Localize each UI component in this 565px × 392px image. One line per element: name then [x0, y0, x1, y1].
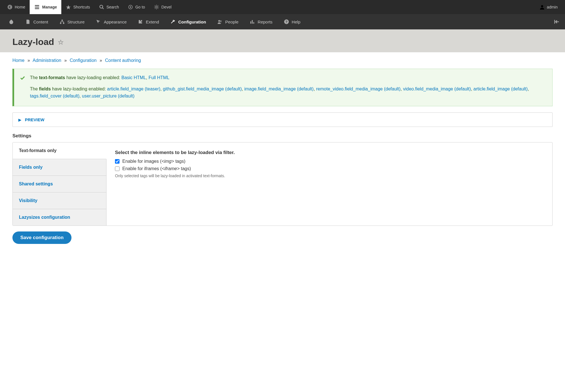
sub-configuration-label: Configuration — [178, 20, 206, 24]
sub-appearance-label: Appearance — [104, 20, 127, 24]
file-icon — [25, 19, 31, 24]
drupal-icon — [8, 19, 14, 25]
checkbox-iframes-label: Enable for iframes (<iframe> tags) — [122, 166, 191, 171]
settings-heading: Settings — [12, 133, 553, 139]
content-region: Home » Administration » Configuration » … — [0, 52, 565, 255]
preview-label: PREVIEW — [25, 117, 44, 122]
toolbar-search-label: Search — [107, 5, 119, 9]
toolbar-goto[interactable]: Go to — [123, 0, 149, 14]
vtab-lazysizes[interactable]: Lazysizes configuration — [13, 209, 106, 226]
message-line-fields: The fields have lazy-loading enabled: ar… — [30, 85, 546, 100]
svg-point-3 — [130, 7, 131, 8]
breadcrumb-config[interactable]: Configuration — [70, 58, 97, 63]
page-title: Lazy-load — [12, 37, 54, 47]
svg-rect-13 — [253, 22, 254, 24]
checkbox-images[interactable] — [115, 159, 119, 164]
reports-icon — [250, 19, 255, 24]
toolbar-goto-label: Go to — [135, 5, 145, 9]
status-link[interactable]: github_gist.field_media_image (default) — [163, 86, 242, 91]
svg-rect-11 — [250, 21, 251, 24]
sub-content-label: Content — [33, 20, 48, 24]
people-icon — [217, 19, 222, 24]
back-icon — [7, 5, 12, 10]
breadcrumb-home[interactable]: Home — [12, 58, 25, 63]
status-message: The text-formats have lazy-loading enabl… — [12, 69, 553, 106]
sub-content[interactable]: Content — [20, 14, 54, 29]
toolbar-devel-label: Devel — [161, 5, 171, 9]
checkbox-iframes[interactable] — [115, 166, 119, 171]
checkbox-images-row[interactable]: Enable for images (<img> tags) — [115, 159, 544, 164]
description-text: Only selected tags will be lazy-loaded i… — [115, 174, 544, 178]
structure-icon — [60, 19, 65, 24]
breadcrumb-authoring[interactable]: Content authoring — [105, 58, 141, 63]
sub-structure[interactable]: Structure — [54, 14, 90, 29]
favorite-star-icon[interactable] — [58, 39, 64, 46]
svg-point-5 — [541, 5, 543, 7]
user-icon — [540, 5, 545, 10]
check-icon — [20, 75, 25, 83]
sub-reports-label: Reports — [258, 20, 273, 24]
section-title: Select the inline elements to be lazy-lo… — [115, 150, 544, 155]
svg-point-0 — [8, 5, 12, 10]
preview-details[interactable]: ▶ PREVIEW — [12, 112, 553, 127]
status-link[interactable]: video.field_media_image (default) — [403, 86, 471, 91]
toolbar-home[interactable]: Home — [3, 0, 30, 14]
collapse-icon — [554, 19, 559, 25]
status-link[interactable]: article.field_image (teaser) — [107, 86, 160, 91]
sub-configuration[interactable]: Configuration — [165, 14, 212, 29]
title-region: Lazy-load — [0, 29, 565, 52]
search-icon — [99, 5, 104, 10]
toolbar-manage[interactable]: Manage — [30, 0, 61, 14]
toolbar-devel[interactable]: Devel — [149, 0, 176, 14]
status-link[interactable]: Basic HTML — [121, 75, 146, 80]
expand-triangle-icon: ▶ — [18, 118, 21, 122]
toolbar-home-label: Home — [15, 5, 25, 9]
sub-help[interactable]: ? Help — [278, 14, 306, 29]
toolbar-shortcuts[interactable]: Shortcuts — [61, 0, 94, 14]
save-button[interactable]: Save configuration — [12, 231, 71, 244]
sub-drupal[interactable] — [3, 14, 20, 29]
svg-rect-8 — [63, 23, 64, 24]
toolbar-user[interactable]: admin — [535, 0, 562, 14]
target-icon — [128, 5, 133, 10]
puzzle-icon — [138, 19, 143, 24]
sub-extend[interactable]: Extend — [132, 14, 165, 29]
vtab-fields-only[interactable]: Fields only — [13, 159, 106, 176]
sub-structure-label: Structure — [68, 20, 85, 24]
status-link[interactable]: user.user_picture (default) — [82, 94, 134, 98]
sub-reports[interactable]: Reports — [244, 14, 278, 29]
vtab-text-formats[interactable]: Text-formats only — [13, 142, 107, 159]
help-icon: ? — [284, 19, 289, 24]
breadcrumb-admin[interactable]: Administration — [33, 58, 61, 63]
status-link[interactable]: image.field_media_image (default) — [244, 86, 314, 91]
svg-point-10 — [220, 21, 222, 22]
svg-text:?: ? — [285, 20, 287, 24]
checkbox-images-label: Enable for images (<img> tags) — [122, 159, 185, 164]
svg-point-1 — [100, 5, 103, 8]
sub-appearance[interactable]: Appearance — [90, 14, 132, 29]
sub-collapse[interactable] — [551, 14, 562, 29]
status-link[interactable]: article.field_image (default) — [473, 86, 528, 91]
toolbar-top: Home Manage Shortcuts Search Go to Devel… — [0, 0, 565, 14]
toolbar-shortcuts-label: Shortcuts — [73, 5, 90, 9]
svg-point-9 — [218, 20, 220, 22]
message-line-formats: The text-formats have lazy-loading enabl… — [30, 74, 546, 81]
toolbar-search[interactable]: Search — [95, 0, 123, 14]
toolbar-sub: Content Structure Appearance Extend Conf… — [0, 14, 565, 29]
vertical-tabs: Text-formats only Fields only Shared set… — [12, 142, 553, 226]
wrench-icon — [170, 19, 175, 24]
sub-extend-label: Extend — [146, 20, 159, 24]
vtab-shared[interactable]: Shared settings — [13, 176, 106, 192]
sub-people[interactable]: People — [212, 14, 244, 29]
status-link[interactable]: remote_video.field_media_image (default) — [316, 86, 401, 91]
vtab-visibility[interactable]: Visibility — [13, 192, 106, 209]
hamburger-icon — [34, 4, 40, 10]
star-icon — [66, 5, 71, 10]
sub-people-label: People — [225, 20, 238, 24]
checkbox-iframes-row[interactable]: Enable for iframes (<iframe> tags) — [115, 166, 544, 171]
vtabs-content: Select the inline elements to be lazy-lo… — [107, 142, 552, 226]
status-link[interactable]: tags.field_cover (default) — [30, 94, 79, 98]
toolbar-manage-label: Manage — [42, 5, 57, 9]
appearance-icon — [96, 19, 101, 24]
status-link[interactable]: Full HTML — [149, 75, 169, 80]
